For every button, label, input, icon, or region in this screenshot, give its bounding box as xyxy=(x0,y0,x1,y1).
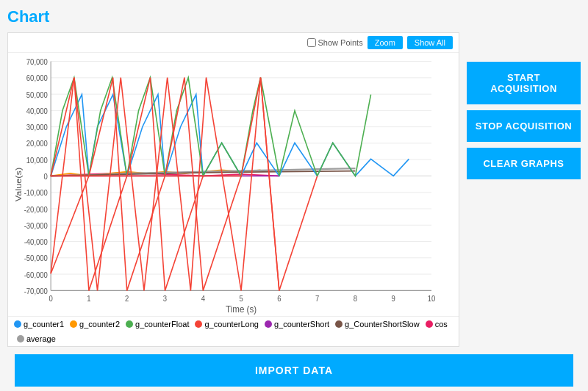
svg-text:-10,000: -10,000 xyxy=(24,189,49,197)
svg-text:10,000: 10,000 xyxy=(26,156,49,164)
svg-text:-30,000: -30,000 xyxy=(24,222,49,230)
svg-text:6: 6 xyxy=(277,295,282,303)
clear-graphs-button[interactable]: CLEAR GRAPHS xyxy=(467,148,581,179)
legend-dot-g-counter2 xyxy=(70,320,77,328)
chart-svg: Value(s) xyxy=(8,53,459,316)
bottom-bar: IMPORT DATA xyxy=(7,347,581,391)
legend-dot-g-counterfloat xyxy=(126,320,133,328)
main-container: Chart Show Points Zoom Show All Value xyxy=(0,0,588,391)
svg-text:20,000: 20,000 xyxy=(26,140,49,148)
legend-dot-cos xyxy=(426,320,433,328)
legend-dot-g-countershortslow xyxy=(335,320,343,328)
svg-text:70,000: 70,000 xyxy=(26,58,49,66)
legend-item-g-counterlong: g_counterLong xyxy=(195,320,258,329)
legend-item-g-counter2: g_counter2 xyxy=(70,320,120,329)
svg-text:8: 8 xyxy=(354,295,358,303)
svg-text:0: 0 xyxy=(49,295,53,303)
show-points-label[interactable]: Show Points xyxy=(307,38,363,47)
legend-dot-g-countershort xyxy=(265,320,272,328)
chart-svg-container: Value(s) xyxy=(8,53,459,316)
legend-item-average: average xyxy=(17,334,56,343)
svg-text:30,000: 30,000 xyxy=(26,123,49,132)
legend-dot-g-counter1 xyxy=(14,320,21,328)
right-panel: START ACQUISITION STOP ACQUISITION CLEAR… xyxy=(467,32,581,347)
legend-label-g-counter2: g_counter2 xyxy=(79,320,120,329)
svg-text:1: 1 xyxy=(87,295,91,303)
svg-text:Time (s): Time (s) xyxy=(226,304,257,315)
legend-item-cos: cos xyxy=(426,320,448,329)
svg-text:2: 2 xyxy=(125,295,129,303)
legend-label-g-counterfloat: g_counterFloat xyxy=(135,320,189,329)
svg-text:4: 4 xyxy=(201,295,206,303)
legend-dot-average xyxy=(17,335,24,342)
legend-label-g-countershort: g_counterShort xyxy=(274,320,329,329)
page-title: Chart xyxy=(7,7,581,26)
legend-label-average: average xyxy=(26,334,56,343)
legend-item-g-counter1: g_counter1 xyxy=(14,320,64,329)
legend-dot-g-counterlong xyxy=(195,320,202,328)
svg-text:0: 0 xyxy=(44,173,49,181)
svg-text:-40,000: -40,000 xyxy=(24,238,49,246)
svg-text:50,000: 50,000 xyxy=(26,90,49,98)
content-row: Show Points Zoom Show All Value(s) xyxy=(7,32,581,347)
legend-item-g-countershort: g_counterShort xyxy=(265,320,329,329)
show-all-button[interactable]: Show All xyxy=(407,36,453,49)
svg-text:-60,000: -60,000 xyxy=(24,270,49,279)
chart-controls: Show Points Zoom Show All xyxy=(8,33,459,53)
show-points-checkbox[interactable] xyxy=(307,38,316,47)
import-data-button[interactable]: IMPORT DATA xyxy=(15,354,573,387)
legend-item-g-countershortslow: g_CounterShortSlow xyxy=(335,320,420,329)
legend-area: g_counter1 g_counter2 g_counterFloat g_c… xyxy=(8,316,459,346)
zoom-button[interactable]: Zoom xyxy=(368,36,403,49)
svg-text:Value(s): Value(s) xyxy=(13,168,23,201)
svg-text:3: 3 xyxy=(163,295,168,303)
svg-text:-70,000: -70,000 xyxy=(24,287,49,295)
legend-label-g-counter1: g_counter1 xyxy=(24,320,64,329)
chart-area: Show Points Zoom Show All Value(s) xyxy=(7,32,459,347)
svg-text:-20,000: -20,000 xyxy=(24,205,49,213)
legend-label-cos: cos xyxy=(435,320,448,329)
svg-text:60,000: 60,000 xyxy=(26,74,49,82)
svg-text:5: 5 xyxy=(239,295,243,303)
start-acquisition-button[interactable]: START ACQUISITION xyxy=(467,62,581,104)
legend-label-g-counterlong: g_counterLong xyxy=(204,320,258,329)
svg-text:7: 7 xyxy=(315,295,320,303)
stop-acquisition-button[interactable]: STOP ACQUISITION xyxy=(467,110,581,142)
svg-text:9: 9 xyxy=(392,295,396,303)
svg-text:10: 10 xyxy=(428,295,436,303)
legend-item-g-counterfloat: g_counterFloat xyxy=(126,320,189,329)
svg-text:40,000: 40,000 xyxy=(26,107,49,115)
svg-text:-50,000: -50,000 xyxy=(24,254,49,262)
legend-label-g-countershortslow: g_CounterShortSlow xyxy=(345,320,420,329)
